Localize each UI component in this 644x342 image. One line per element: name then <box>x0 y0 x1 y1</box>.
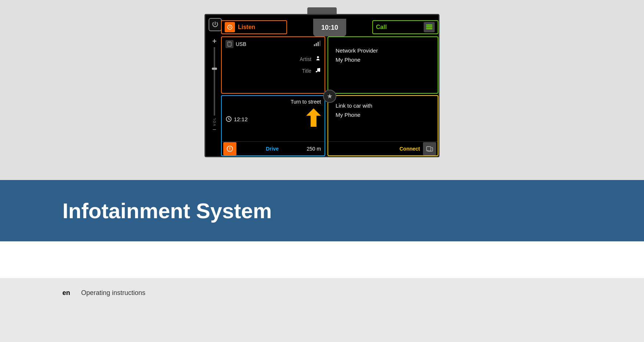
listen-label: Listen <box>238 24 255 30</box>
svg-rect-2 <box>426 25 433 26</box>
usb-label: USB <box>236 41 246 47</box>
time-text: 10:10 <box>321 24 338 32</box>
star-icon: ★ <box>327 92 333 100</box>
listen-tab[interactable]: Listen <box>221 20 287 34</box>
svg-rect-3 <box>426 26 433 28</box>
usb-connector-tab <box>307 7 337 14</box>
power-button[interactable] <box>209 18 222 31</box>
screen-wrapper: + VOL – <box>205 7 439 157</box>
call-tab[interactable]: Call <box>372 20 438 34</box>
infotainment-screen: + VOL – <box>205 14 439 157</box>
bottom-section: en Operating instructions <box>0 278 644 308</box>
svg-point-13 <box>319 71 320 72</box>
svg-rect-8 <box>316 43 317 46</box>
svg-marker-15 <box>306 108 321 127</box>
call-panel: Network Provider My Phone <box>328 36 438 94</box>
svg-point-11 <box>317 56 319 58</box>
vol-minus-icon[interactable]: – <box>213 126 216 133</box>
volume-slider[interactable]: + VOL – <box>211 37 218 133</box>
person-icon <box>315 55 321 63</box>
turn-arrow-icon <box>306 108 321 130</box>
title-label: Title <box>302 68 311 74</box>
quadrants: USB Artist <box>221 36 438 156</box>
drive-bottom-bar: Drive 250 m <box>222 141 325 155</box>
main-content: Listen 10:10 Call <box>221 15 438 156</box>
vol-thumb <box>212 68 217 70</box>
top-bar: Listen 10:10 Call <box>221 19 438 34</box>
drive-mode-icon <box>223 142 236 155</box>
title-row: Title <box>225 65 321 77</box>
svg-rect-4 <box>426 28 433 29</box>
call-label: Call <box>376 24 387 30</box>
usb-icon <box>225 40 234 48</box>
svg-rect-9 <box>318 42 319 46</box>
call-icon <box>424 22 435 32</box>
top-section: + VOL – <box>0 0 644 180</box>
my-phone-text: My Phone <box>336 57 434 63</box>
drive-label: Drive <box>238 146 307 152</box>
white-section <box>0 241 644 278</box>
blue-banner: Infotainment System <box>0 180 644 241</box>
language-label: en <box>62 289 70 297</box>
listen-panel: USB Artist <box>221 36 325 94</box>
usb-row: USB <box>225 40 321 48</box>
svg-point-12 <box>316 71 317 72</box>
drive-time-info: 12:12 <box>225 116 248 122</box>
connect-my-phone-text: My Phone <box>336 112 434 118</box>
connect-icon <box>423 142 436 155</box>
drive-panel: Turn to street 12:12 <box>221 95 325 156</box>
vol-plus-icon[interactable]: + <box>212 37 217 46</box>
turn-to-street-text: Turn to street <box>225 99 321 105</box>
drive-time: 12:12 <box>234 116 248 122</box>
connect-label: Connect <box>399 146 420 152</box>
listen-icon <box>225 22 235 32</box>
banner-title: Infotainment System <box>62 198 644 223</box>
time-display: 10:10 <box>313 19 346 36</box>
distance-text: 250 m <box>307 146 321 152</box>
vol-label: VOL <box>213 117 216 126</box>
svg-rect-7 <box>314 44 315 46</box>
vol-track <box>214 47 215 116</box>
artist-label: Artist <box>300 56 311 62</box>
operating-instructions-text: Operating instructions <box>81 289 145 297</box>
network-provider-text: Network Provider <box>336 47 434 54</box>
artist-row: Artist <box>225 53 321 65</box>
music-icon <box>315 67 321 75</box>
drive-info-row: 12:12 <box>225 108 321 130</box>
connect-panel: Link to car with My Phone Connect <box>328 95 438 156</box>
svg-rect-16 <box>427 147 431 151</box>
favorites-button[interactable]: ★ <box>323 90 336 103</box>
link-to-car-text: Link to car with <box>336 102 434 109</box>
connect-bottom-bar: Connect <box>328 141 438 155</box>
svg-rect-10 <box>319 41 321 46</box>
signal-icon <box>314 40 321 48</box>
